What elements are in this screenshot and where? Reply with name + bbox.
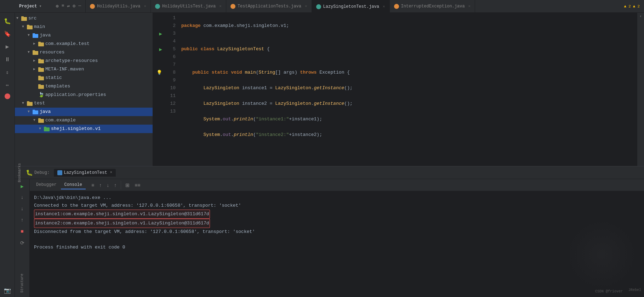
tab-close-lazysingletontest[interactable]: × [383,5,385,9]
step-out-btn[interactable]: ↑ [17,215,28,225]
tab-close-holidayutilstest[interactable]: × [219,4,222,8]
svg-rect-15 [38,76,41,77]
tree-label-test-java: java [40,108,51,115]
line-num-3: 3 [164,30,176,38]
tab-label-testapplicationtests: TestApplicationTests.java [238,4,301,9]
warning-icon-1: ▲ [624,4,627,8]
debugger-tab[interactable]: Debugger [33,181,60,189]
tab-interruptedexception[interactable]: InterruptedException.java × [390,0,475,12]
collapse-icon-btn[interactable]: ⇔ [2,79,13,91]
line-num-6: 6 [164,53,176,61]
code-editor[interactable]: ▶ ▶ 💡 1 2 3 [153,13,637,166]
tree-item-metainf[interactable]: ▶ META-INF.maven [15,65,153,74]
tree-item-sheji-singleton[interactable]: ▼ sheji.singleton.v1 [15,125,153,133]
tab-holidayutils[interactable]: HolidayUtils.java × [86,0,151,12]
line-num-7: 7 [164,61,176,69]
line-num-4: 4 [164,38,176,45]
sidebar-minimize-icon[interactable]: ─ [78,3,81,9]
line-num-5: 5 [164,45,176,53]
tree-item-com-example[interactable]: ▼ com.example [15,116,153,125]
tree-label-metainf: META-INF.maven [45,66,84,73]
tab-testapplicationtests[interactable]: TestApplicationTests.java × [226,0,312,12]
expand-icon-btn[interactable]: ⇕ [2,67,13,78]
code-text[interactable]: package com.example.sheji.singleton.v1; … [178,13,637,166]
console-line-instance2: instance2:com.example.sheji.singleton.v1… [34,219,640,228]
sidebar-settings-icon[interactable]: ⚙ [73,3,75,9]
pause-icon-btn[interactable]: ⏸ [2,54,13,65]
tree-item-src[interactable]: ▼ src [15,14,153,23]
tree-item-archetype[interactable]: ▶ archetype-resources [15,57,153,65]
right-collapse-bar[interactable]: ‹ [637,13,644,166]
code-line-7: LazySingleton instance2 = LazySingleton.… [181,100,637,108]
lightbulb-gutter-8[interactable]: 💡 [156,70,162,75]
bookmark-icon-btn[interactable]: 🔖 [2,28,13,40]
sidebar-add-icon[interactable]: ⊕ [56,3,58,9]
scroll-down-btn[interactable]: ↓ [104,181,111,189]
debug-session-tab[interactable]: LazySingletonTest × [54,169,115,177]
session-close-icon[interactable]: × [110,171,112,175]
sidebar-sync-icon[interactable]: ⇌ [67,3,70,9]
gutter-8: 💡 [153,69,164,76]
tree-arrow-com-example: ▼ [33,117,38,124]
gutter-6 [153,53,164,61]
tab-close-holidayutils[interactable]: × [144,4,146,8]
scroll-top-btn[interactable]: ≡ [89,181,96,189]
sidebar-layout-icon[interactable]: ≡ [62,3,64,9]
tree-item-main[interactable]: ▼ main [15,23,153,31]
console-tab[interactable]: Console [61,181,86,189]
clear-btn[interactable]: ⊞ [123,181,132,189]
tree-arrow-com-example-test: ▶ [33,40,38,47]
tab-icon-holidayutilstest [155,4,160,9]
tree-item-resources[interactable]: ▼ resources [15,48,153,57]
tab-icon-holidayutils [90,4,95,9]
run-gutter-5[interactable]: ▶ [159,46,162,52]
project-selector[interactable]: Project ▾ ⊕ ≡ ⇌ ⚙ ─ [15,0,86,12]
svg-rect-7 [38,42,41,43]
tab-close-interruptedexception[interactable]: × [468,4,471,8]
debug-body: ▶ ↓ ↓ ↑ ■ ⟳ Structure Debugger Console ≡… [15,179,644,297]
tab-close-testapplicationtests[interactable]: × [305,4,307,8]
console-line-disconnected: Disconnected from the target VM, address… [34,228,640,236]
structure-label[interactable]: Structure [20,274,24,293]
tree-label-archetype: archetype-resources [45,57,98,64]
run-icon-btn[interactable]: ▶ [2,41,13,52]
settings-btn[interactable]: ≡≡ [132,181,142,189]
run-gutter-3[interactable]: ▶ [159,31,162,37]
tree-item-templates[interactable]: ▶ templates [15,82,153,91]
resume-btn[interactable]: ▶ [17,181,28,191]
session-label: LazySingletonTest [64,170,107,175]
jrebel-badge: JRebel [628,286,641,294]
tree-arrow-resources: ▼ [28,49,33,56]
console-output[interactable]: D:\Java\jdk\bin\java.exe ... Connected t… [30,191,644,297]
gutter-13 [153,108,164,115]
folder-icon-src [21,16,27,21]
svg-rect-1 [21,16,24,18]
scroll-bottom-btn[interactable]: ↑ [112,181,119,189]
tree-item-test[interactable]: ▼ test [15,99,153,108]
tree-item-static[interactable]: ▶ static [15,74,153,82]
tab-holidayutilstest[interactable]: HolidayUtilsTest.java × [151,0,226,12]
tree-item-main-java[interactable]: ▼ java [15,31,153,40]
tree-item-com-example-test[interactable]: ▶ com.example.test [15,40,153,48]
stop-btn[interactable]: ■ [17,227,28,236]
tree-arrow-test-java: ▼ [28,108,33,115]
debug-bug-icon: 🐛 [26,169,33,176]
scroll-up-btn[interactable]: ↑ [97,181,104,189]
console-connected-text: Connected to the target VM, address: '12… [34,202,241,210]
bottom-panel: Bookmarks 🐛 Debug: LazySingletonTest × ▶… [15,166,644,297]
camera-icon-area[interactable]: 📷 [4,287,11,294]
step-over-btn[interactable]: ↓ [17,193,28,202]
console-wrapper: Debugger Console ≡ ↑ ↓ ↑ ⊞ ≡≡ D:\Java\jd… [30,179,644,297]
step-into-btn[interactable]: ↓ [17,204,28,214]
bookmarks-label[interactable]: Bookmarks [18,163,22,182]
tab-lazysingletontest[interactable]: LazySingletonTest.java × [312,0,390,12]
rerun-btn[interactable]: ⟳ [17,238,28,248]
tree-item-application-properties[interactable]: ▶ 🍃 application.properties [15,91,153,99]
svg-rect-3 [27,25,29,26]
warning-count-2: 2 [637,4,640,8]
tree-label-sheji-singleton: sheji.singleton.v1 [51,125,101,132]
svg-rect-25 [44,127,46,128]
console-disconnected-text: Disconnected from the target VM, address… [34,228,255,236]
debug-icon-btn[interactable]: 🐛 [2,16,13,27]
tree-item-test-java[interactable]: ▼ java [15,108,153,116]
